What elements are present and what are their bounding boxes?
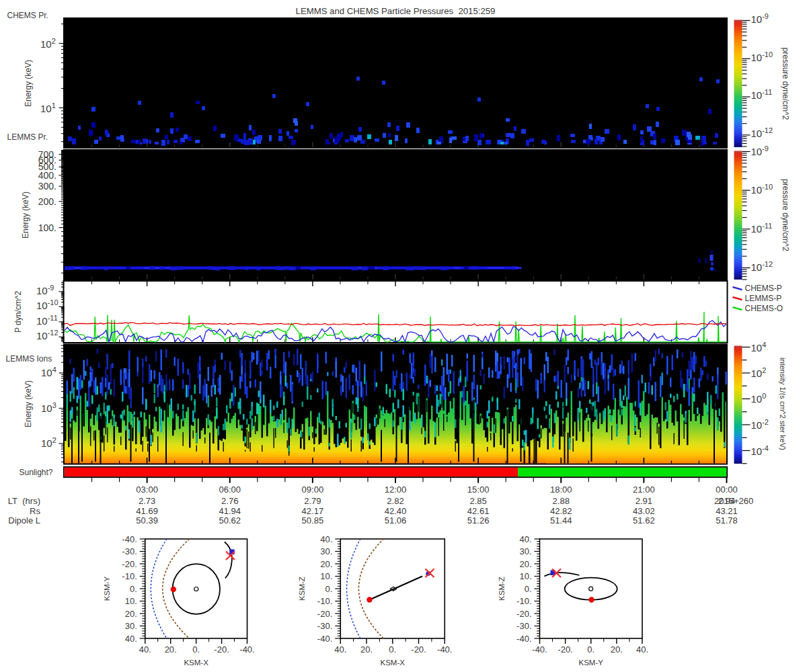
svg-text:CHEMS-P: CHEMS-P xyxy=(745,284,782,293)
svg-text:2.85: 2.85 xyxy=(469,496,486,506)
svg-text:20.: 20. xyxy=(125,609,137,619)
svg-text:P dyn/cm^2: P dyn/cm^2 xyxy=(13,291,23,333)
svg-text:21:00: 21:00 xyxy=(633,485,655,495)
svg-text:41.94: 41.94 xyxy=(219,506,241,516)
svg-text:0.: 0. xyxy=(192,644,200,655)
svg-text:-20.: -20. xyxy=(122,559,137,569)
svg-text:10-10: 10-10 xyxy=(36,298,59,311)
svg-text:51.78: 51.78 xyxy=(716,515,738,526)
svg-text:2.76: 2.76 xyxy=(221,496,238,506)
svg-text:42.17: 42.17 xyxy=(302,506,324,516)
svg-text:-40.: -40. xyxy=(532,644,547,655)
svg-text:Sunlight?: Sunlight? xyxy=(20,468,53,477)
svg-text:09:00: 09:00 xyxy=(302,485,324,495)
svg-text:51.44: 51.44 xyxy=(550,515,572,526)
svg-text:40.: 40. xyxy=(334,644,346,655)
svg-text:2.91: 2.91 xyxy=(636,496,652,506)
svg-text:-20.: -20. xyxy=(214,644,229,655)
svg-text:-30.: -30. xyxy=(317,621,332,631)
svg-text:LEMMS-P: LEMMS-P xyxy=(745,294,782,303)
svg-text:40.: 40. xyxy=(636,644,648,655)
svg-text:18:00: 18:00 xyxy=(550,485,572,495)
svg-text:10-11: 10-11 xyxy=(751,222,773,235)
svg-text:LT (hrs): LT (hrs) xyxy=(8,496,40,506)
svg-text:10-10: 10-10 xyxy=(751,50,773,63)
svg-text:20.: 20. xyxy=(611,644,623,655)
svg-text:CHEMS Pr.: CHEMS Pr. xyxy=(7,11,48,20)
svg-text:10-11: 10-11 xyxy=(751,88,773,101)
svg-text:0.: 0. xyxy=(525,584,532,594)
svg-text:10-9: 10-9 xyxy=(751,144,769,157)
svg-text:102: 102 xyxy=(40,37,56,50)
svg-text:0.: 0. xyxy=(325,584,332,594)
svg-text:Rs: Rs xyxy=(30,506,40,516)
svg-text:0.: 0. xyxy=(389,644,396,655)
svg-text:42.61: 42.61 xyxy=(467,506,490,516)
svg-text:102: 102 xyxy=(41,436,56,449)
svg-text:700.: 700. xyxy=(38,149,56,160)
svg-text:30.: 30. xyxy=(519,546,531,556)
svg-text:41.69: 41.69 xyxy=(136,506,158,516)
svg-text:40.: 40. xyxy=(139,644,151,655)
svg-text:50.62: 50.62 xyxy=(219,515,241,526)
svg-text:10.: 10. xyxy=(125,596,137,606)
svg-text:-10.: -10. xyxy=(317,596,332,606)
svg-text:50.85: 50.85 xyxy=(302,515,324,526)
svg-text:2.73: 2.73 xyxy=(139,496,155,506)
svg-text:102: 102 xyxy=(751,366,767,379)
svg-text:51.06: 51.06 xyxy=(385,515,407,526)
svg-text:Energy (keV): Energy (keV) xyxy=(24,60,33,107)
svg-text:104: 104 xyxy=(41,366,56,378)
svg-text:30.: 30. xyxy=(125,621,137,631)
svg-text:LEMMS Pr.: LEMMS Pr. xyxy=(7,132,48,142)
svg-text:KSM-Z: KSM-Z xyxy=(498,577,506,601)
svg-text:10-11: 10-11 xyxy=(36,314,58,327)
svg-text:10.: 10. xyxy=(320,571,332,581)
svg-text:0.: 0. xyxy=(130,584,137,594)
svg-text:-40.: -40. xyxy=(317,634,332,644)
svg-text:100: 100 xyxy=(751,392,767,405)
svg-text:-20.: -20. xyxy=(317,609,332,619)
svg-text:-40.: -40. xyxy=(239,644,254,655)
svg-text:-10.: -10. xyxy=(516,596,531,606)
svg-text:06:00: 06:00 xyxy=(219,485,241,495)
svg-text:10-2: 10-2 xyxy=(751,418,769,431)
svg-text:51.26: 51.26 xyxy=(467,515,490,526)
svg-text:Energy (keV): Energy (keV) xyxy=(21,192,30,239)
svg-text:Energy (keV): Energy (keV) xyxy=(24,380,33,427)
svg-text:10.: 10. xyxy=(519,571,531,581)
svg-text:42.40: 42.40 xyxy=(385,506,407,516)
svg-text:03:00: 03:00 xyxy=(136,485,158,495)
svg-text:-40.: -40. xyxy=(437,644,452,655)
svg-text:40.: 40. xyxy=(125,634,137,644)
svg-text:104: 104 xyxy=(751,341,767,353)
svg-text:15:00: 15:00 xyxy=(467,485,490,495)
svg-text:-20.: -20. xyxy=(411,644,426,655)
svg-text:20.: 20. xyxy=(165,644,177,655)
svg-text:2015+260: 2015+260 xyxy=(714,496,753,506)
svg-text:-20.: -20. xyxy=(516,609,531,619)
svg-text:KSM-X: KSM-X xyxy=(184,659,208,667)
svg-text:10-10: 10-10 xyxy=(751,183,773,196)
svg-text:pressure dyne/cm^2: pressure dyne/cm^2 xyxy=(781,179,790,251)
svg-text:-40.: -40. xyxy=(516,634,531,644)
svg-text:0.: 0. xyxy=(587,644,594,655)
svg-text:43.21: 43.21 xyxy=(716,506,738,516)
svg-text:Dipole L: Dipole L xyxy=(8,515,40,526)
svg-text:2.88: 2.88 xyxy=(553,496,570,506)
svg-text:300.: 300. xyxy=(38,181,56,192)
svg-text:50.39: 50.39 xyxy=(136,515,158,526)
svg-text:10-9: 10-9 xyxy=(36,284,54,296)
svg-text:LEMMS and CHEMS Particle Press: LEMMS and CHEMS Particle Pressures 2015:… xyxy=(296,6,496,16)
svg-text:LEMMS Ions: LEMMS Ions xyxy=(6,354,52,364)
svg-text:200.: 200. xyxy=(38,196,56,207)
svg-text:-20.: -20. xyxy=(558,644,572,655)
svg-text:CHEMS-O: CHEMS-O xyxy=(745,304,783,313)
svg-text:KSM-Z: KSM-Z xyxy=(298,577,306,601)
svg-text:40.: 40. xyxy=(320,534,332,544)
svg-text:10-12: 10-12 xyxy=(751,126,773,139)
svg-text:intensity 1/(s cm^2 ster keV): intensity 1/(s cm^2 ster keV) xyxy=(779,358,787,450)
svg-text:20.: 20. xyxy=(360,644,373,655)
svg-text:20.: 20. xyxy=(519,559,531,569)
svg-text:30.: 30. xyxy=(320,546,332,556)
